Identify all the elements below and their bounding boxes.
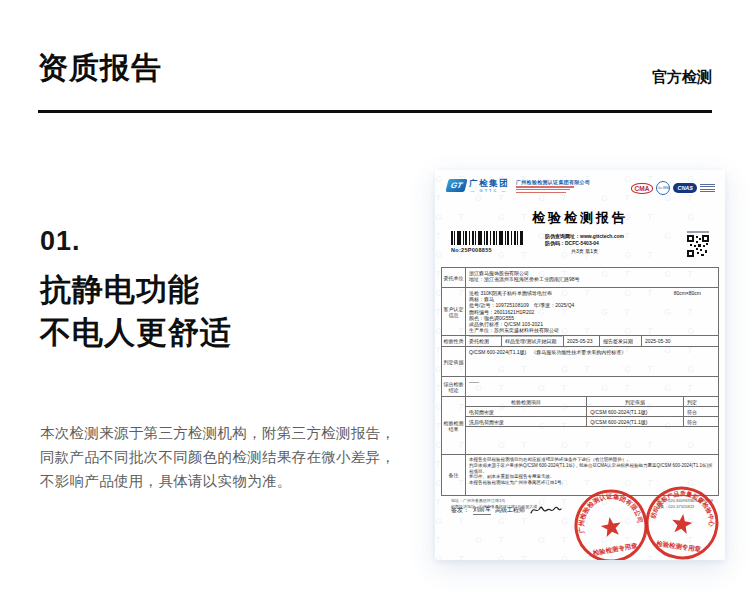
barcode-icon xyxy=(451,231,523,245)
results-header-verdict: 判定 xyxy=(684,397,718,406)
result-verdict: 符合 xyxy=(684,417,718,426)
qualification-report-section: 资质报告 官方检测 01. 抗静电功能 不电人更舒适 本次检测来源于第三方检测机… xyxy=(0,0,750,595)
qr-caption-bar xyxy=(687,231,709,233)
antifake-code: 防伪码：DCFC-5403-04 xyxy=(545,240,687,247)
gttc-logo-group: GT 广检集团 — GTTC — 广州检验检测认证集团有限公司 xyxy=(447,178,590,193)
ilac-mra-badge-icon: ilac-MRA xyxy=(656,181,670,195)
row-label: 综合检验结论 xyxy=(442,377,466,396)
issue-date-label: 报告签发日期 xyxy=(600,336,642,346)
company-name: 广州检验检测认证集团有限公司 xyxy=(516,179,590,185)
disclaimer-text: 本次检测来源于第三方检测机构，附第三方检测报告， 同款产品不同批次不同颜色的检测… xyxy=(40,421,400,493)
client-address: 地址：浙江省温州市瓯海区娄桥工业园南汇路98号 xyxy=(469,276,715,282)
gttc-logo-text: 广检集团 — GTTC — xyxy=(469,179,509,193)
result-verdict: 符合 xyxy=(684,407,718,416)
disclaimer-line: 本次检测来源于第三方检测机构，附第三方检测报告， xyxy=(40,421,400,445)
company-note-bar xyxy=(516,186,574,188)
company-note-bar xyxy=(516,192,566,194)
results-header-basis: 判定依据 xyxy=(587,397,684,406)
results-row: 电荷面密度 Q/CSM 600-2024(T1.1版) 符合 xyxy=(466,407,718,417)
sample-info-cell: 送检 310K阴离子粘纤单面绒导电丝布 80cm×80cm 商标：森马 批号/款… xyxy=(466,288,718,335)
cnas-badge-icon: CNAS xyxy=(673,183,697,193)
disclaimer-line: 同款产品不同批次不同颜色的检测结果存在微小差异， xyxy=(40,445,400,469)
antifake-block: 防伪查询网址：www.gttctech.com 防伪码：DCFC-5403-04… xyxy=(535,231,687,254)
gttc-abbr: — GTTC — xyxy=(469,188,509,193)
row-label: 委托单位 xyxy=(442,268,466,287)
table-row-judgment-basis: 判定依据 Q/CSM 600-2024(T1.1版) 《森马服装功能性技术要求采… xyxy=(442,347,718,377)
barcode-block: No:25P008855 xyxy=(451,231,535,253)
disclaimer-line: 不影响产品使用，具体请以实物为准。 xyxy=(40,469,400,493)
company-note-bar xyxy=(516,189,570,191)
antifake-url: 防伪查询网址：www.gttctech.com xyxy=(545,233,687,240)
report-meta-row: No:25P008855 防伪查询网址：www.gttctech.com 防伪码… xyxy=(451,231,713,263)
conclusion-value: —— xyxy=(466,377,718,396)
table-row-client: 委托单位 浙江森马服饰股份有限公司 地址：浙江省温州市瓯海区娄桥工业园南汇路98… xyxy=(442,268,718,288)
gttc-logo-icon: GT xyxy=(445,179,467,192)
feature-heading-line1: 抗静电功能 xyxy=(40,268,232,311)
issue-date: 2025-05-30 xyxy=(642,336,718,346)
section-index: 01. xyxy=(40,226,81,257)
result-item: 洗后电荷面密度 xyxy=(466,417,587,426)
receive-date: 2025-05-23 xyxy=(564,336,600,346)
feature-heading: 抗静电功能 不电人更舒适 xyxy=(40,268,232,354)
report-table: 委托单位 浙江森马服饰股份有限公司 地址：浙江省温州市瓯海区娄桥工业园南汇路98… xyxy=(441,267,719,496)
feature-heading-line2: 不电人更舒适 xyxy=(40,311,232,354)
report-number: No:25P008855 xyxy=(451,247,535,253)
row-label: 客户认定信息 xyxy=(442,288,466,335)
judgment-basis-value: Q/CSM 600-2024(T1.1版) 《森马服装功能性技术要求采购内控标准… xyxy=(466,347,718,376)
official-test-label: 官方检测 xyxy=(652,68,712,87)
receive-date-label: 样品受理/测试开始日期 xyxy=(502,336,564,346)
results-subtable: 检验检测项目 判定依据 判定 电荷面密度 Q/CSM 600-2024(T1.1… xyxy=(466,397,718,454)
results-header-row: 检验检测项目 判定依据 判定 xyxy=(466,397,718,407)
inspection-report-card: GT GT GT GT GT GT GT GT GT GT GT GT GT G… xyxy=(435,170,725,560)
certificate-brand-row: GT 广检集团 — GTTC — 广州检验检测认证集团有限公司 CMA ilac… xyxy=(447,178,715,204)
qr-code-icon xyxy=(687,235,709,257)
footer-address-block: 地址：广州市番禺区环江路1号 邮寄投诉地址：广州市番禺区环江路1号检测大楼 xyxy=(451,498,537,510)
results-row: 洗后电荷面密度 Q/CSM 600-2024(T1.1版) 符合 xyxy=(466,417,718,427)
table-row-sample-info: 客户认定信息 送检 310K阴离子粘纤单面绒导电丝布 80cm×80cm 商标：… xyxy=(442,288,718,336)
row-label: 检验检测结果 xyxy=(442,397,466,454)
result-item: 电荷面密度 xyxy=(466,407,587,416)
qr-block xyxy=(687,231,713,258)
table-row-test-nature: 检验性质 委托检测 样品受理/测试开始日期 2025-05-23 报告签发日期 … xyxy=(442,336,718,347)
result-basis: Q/CSM 600-2024(T1.1版) xyxy=(587,417,684,426)
footer-address2: 邮寄投诉地址：广州市番禺区环江路1号检测大楼 xyxy=(451,504,537,510)
results-header-item: 检验检测项目 xyxy=(466,397,587,406)
client-cell: 浙江森马服饰股份有限公司 地址：浙江省温州市瓯海区娄桥工业园南汇路98号 xyxy=(466,268,718,287)
table-row-conclusion: 综合检验结论 —— xyxy=(442,377,718,397)
accreditation-badges: CMA ilac-MRA CNAS xyxy=(631,178,715,195)
header-divider xyxy=(38,110,712,113)
cnas-note-lines xyxy=(700,184,715,193)
table-row-results: 检验检测结果 检验检测项目 判定依据 判定 电荷面密度 Q/CSM 600-20… xyxy=(442,397,718,455)
company-seal-right-icon: 纺织服装产品质量监督检验中心 检验检测专用章 xyxy=(639,480,725,560)
remark-line: 判定依据来源于客户要求的Q/CSM 600-2024(T1.1版)，我单位获CM… xyxy=(469,463,715,475)
company-block: 广州检验检测认证集团有限公司 xyxy=(516,178,590,193)
test-nature-value: 委托检测 xyxy=(466,336,502,346)
sample-size: 80cm×80cm xyxy=(674,290,701,296)
certificate-content: GT 广检集团 — GTTC — 广州检验检测认证集团有限公司 CMA ilac… xyxy=(435,170,725,517)
cma-badge-icon: CMA xyxy=(631,183,654,194)
page-title: 资质报告 xyxy=(38,48,162,89)
row-label: 备注 xyxy=(442,455,466,495)
row-label: 判定依据 xyxy=(442,347,466,376)
report-title: 检验检测报告 xyxy=(435,209,725,227)
row-label: 检验性质 xyxy=(442,336,466,346)
result-basis: Q/CSM 600-2024(T1.1版) xyxy=(587,407,684,416)
page-count: 共3页 第1页 xyxy=(545,248,687,254)
results-empty-space xyxy=(466,427,718,454)
gttc-name: 广检集团 xyxy=(469,179,509,188)
